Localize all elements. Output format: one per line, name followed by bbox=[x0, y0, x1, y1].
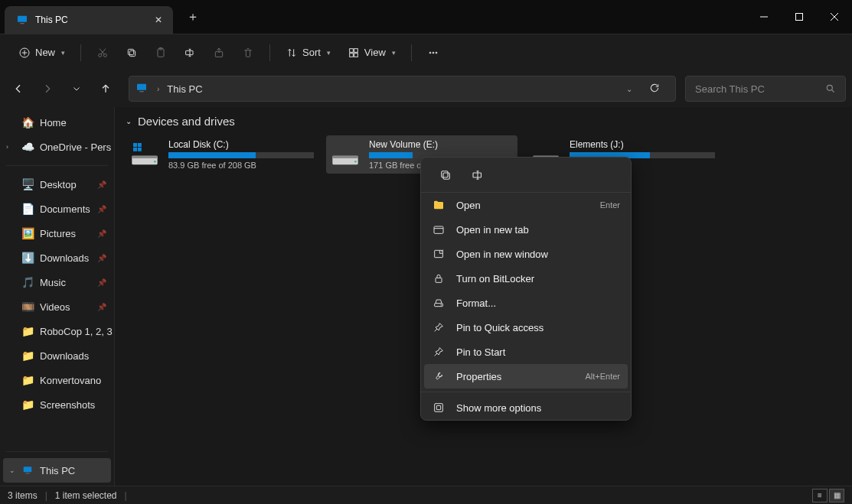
pin-icon bbox=[432, 345, 446, 359]
new-tab-button[interactable]: ＋ bbox=[187, 9, 199, 25]
divider: | bbox=[45, 490, 47, 501]
menu-item-label: Open bbox=[456, 200, 589, 211]
menu-item-label: Open in new window bbox=[456, 249, 609, 260]
menu-item-label: Pin to Quick access bbox=[456, 322, 609, 333]
drive-item[interactable]: Local Disk (C:) 83.9 GB free of 208 GB bbox=[126, 135, 317, 174]
menu-item-pin-to-quick-access[interactable]: Pin to Quick access bbox=[421, 315, 631, 340]
refresh-button[interactable] bbox=[640, 83, 669, 96]
sidebar-item-music[interactable]: 🎵 Music 📌 bbox=[0, 270, 114, 294]
chevron-down-icon[interactable]: ⌄ bbox=[626, 85, 632, 93]
maximize-button[interactable] bbox=[782, 0, 817, 34]
svg-rect-36 bbox=[138, 143, 142, 147]
divider bbox=[80, 44, 81, 61]
close-window-button[interactable] bbox=[817, 0, 852, 34]
menu-item-open[interactable]: Open Enter bbox=[421, 193, 631, 217]
sidebar-item-konvertovano[interactable]: 📁 Konvertovano bbox=[0, 368, 114, 392]
sidebar-item-videos[interactable]: 🎞️ Videos 📌 bbox=[0, 294, 114, 319]
tab-this-pc[interactable]: This PC ✕ bbox=[5, 6, 173, 34]
svg-rect-25 bbox=[354, 53, 358, 57]
toolbar: New ▾ Sort ▾ View ▾ bbox=[0, 34, 852, 70]
folder-icon: 🖼️ bbox=[21, 227, 34, 239]
sort-button[interactable]: Sort ▾ bbox=[279, 41, 337, 65]
paste-button[interactable] bbox=[149, 41, 173, 65]
pin-icon: 📌 bbox=[97, 278, 106, 287]
svg-rect-40 bbox=[132, 156, 157, 158]
back-button[interactable] bbox=[6, 76, 31, 101]
sidebar: 🏠 Home › ☁️ OneDrive - Pers 🖥️ Desktop 📌… bbox=[0, 107, 115, 486]
folder-icon bbox=[432, 198, 446, 212]
address-bar[interactable]: › This PC ⌄ bbox=[129, 76, 676, 102]
tab-title: This PC bbox=[35, 15, 149, 25]
search-placeholder: Search This PC bbox=[695, 83, 825, 95]
sidebar-item-label: Screenshots bbox=[40, 399, 95, 411]
sidebar-item-home[interactable]: 🏠 Home bbox=[0, 110, 114, 135]
menu-item-show-more-options[interactable]: Show more options bbox=[421, 395, 631, 420]
folder-icon: 📁 bbox=[21, 350, 34, 362]
delete-button[interactable] bbox=[236, 41, 260, 65]
rename-button[interactable] bbox=[467, 164, 488, 186]
menu-item-properties[interactable]: Properties Alt+Enter bbox=[424, 364, 628, 389]
sidebar-item-label: Konvertovano bbox=[40, 375, 101, 386]
menu-item-pin-to-start[interactable]: Pin to Start bbox=[421, 340, 631, 364]
sidebar-item-this-pc[interactable]: ⌄ This PC bbox=[3, 458, 111, 483]
monitor-icon bbox=[135, 82, 149, 96]
svg-rect-37 bbox=[133, 148, 137, 151]
tab-icon bbox=[432, 223, 446, 236]
search-input[interactable]: Search This PC bbox=[685, 76, 846, 102]
sidebar-item-screenshots[interactable]: 📁 Screenshots bbox=[0, 392, 114, 417]
sidebar-item-desktop[interactable]: 🖥️ Desktop 📌 bbox=[0, 172, 114, 197]
close-tab-icon[interactable]: ✕ bbox=[155, 15, 162, 25]
svg-rect-24 bbox=[350, 53, 354, 57]
divider bbox=[6, 451, 108, 452]
menu-item-open-in-new-tab[interactable]: Open in new tab bbox=[421, 217, 631, 242]
search-icon bbox=[825, 83, 836, 94]
forward-button[interactable] bbox=[35, 76, 60, 101]
minimize-button[interactable] bbox=[746, 0, 782, 34]
new-button[interactable]: New ▾ bbox=[12, 41, 71, 65]
folder-icon: 📁 bbox=[21, 325, 34, 337]
status-count: 3 items bbox=[8, 490, 38, 501]
up-button[interactable] bbox=[93, 76, 118, 101]
drive-name: Local Disk (C:) bbox=[168, 139, 314, 150]
pin-icon: 📌 bbox=[97, 254, 106, 262]
svg-point-26 bbox=[429, 52, 431, 54]
sidebar-item-onedrive[interactable]: › ☁️ OneDrive - Pers bbox=[0, 135, 114, 159]
folder-icon: 📁 bbox=[21, 374, 34, 386]
menu-item-open-in-new-window[interactable]: Open in new window bbox=[421, 242, 631, 266]
view-button[interactable]: View ▾ bbox=[341, 41, 402, 65]
pin-icon: 📌 bbox=[97, 180, 106, 189]
svg-point-41 bbox=[154, 161, 156, 163]
monitor-icon bbox=[21, 464, 34, 476]
recent-button[interactable] bbox=[64, 76, 89, 101]
folder-icon: 🎵 bbox=[21, 276, 34, 288]
svg-rect-29 bbox=[137, 84, 146, 90]
chevron-right-icon[interactable]: › bbox=[6, 143, 8, 151]
window-icon bbox=[432, 247, 446, 261]
breadcrumb[interactable]: This PC bbox=[167, 83, 202, 95]
copy-button[interactable] bbox=[435, 164, 456, 186]
more-button[interactable] bbox=[421, 41, 446, 65]
sidebar-item-label: Music bbox=[40, 277, 66, 288]
sidebar-item-downloads[interactable]: 📁 Downloads bbox=[0, 343, 114, 368]
sidebar-item-downloads[interactable]: ⬇️ Downloads 📌 bbox=[0, 245, 114, 270]
details-view-button[interactable]: ≡ bbox=[812, 489, 828, 502]
sidebar-item-documents[interactable]: 📄 Documents 📌 bbox=[0, 197, 114, 221]
folder-icon: 📄 bbox=[21, 203, 34, 215]
rename-button[interactable] bbox=[178, 41, 202, 65]
folder-icon: ⬇️ bbox=[21, 252, 34, 264]
sidebar-item-label: Desktop bbox=[40, 179, 77, 190]
hdd-icon bbox=[329, 138, 361, 171]
drive-usage-bar bbox=[168, 152, 314, 158]
tiles-view-button[interactable]: ▦ bbox=[829, 489, 844, 502]
menu-item-format-[interactable]: Format... bbox=[421, 291, 631, 315]
section-header[interactable]: ⌄ Devices and drives bbox=[126, 115, 841, 128]
cut-button[interactable] bbox=[90, 41, 115, 65]
menu-item-turn-on-bitlocker[interactable]: Turn on BitLocker bbox=[421, 266, 631, 291]
share-button[interactable] bbox=[207, 41, 231, 65]
sidebar-item-pictures[interactable]: 🖼️ Pictures 📌 bbox=[0, 221, 114, 245]
copy-button[interactable] bbox=[119, 41, 144, 65]
chevron-down-icon[interactable]: ⌄ bbox=[9, 467, 15, 474]
home-icon: 🏠 bbox=[21, 116, 34, 128]
sidebar-item-robocop-1-2-3[interactable]: 📁 RoboCop 1, 2, 3 bbox=[0, 319, 114, 343]
cloud-icon: ☁️ bbox=[21, 141, 34, 153]
